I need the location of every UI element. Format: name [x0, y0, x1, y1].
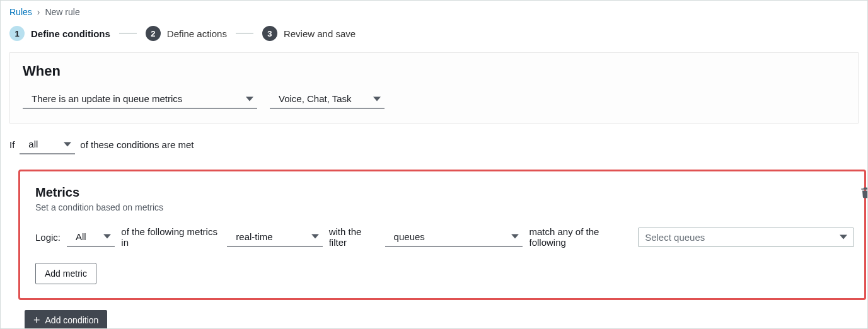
step-number-badge: 3 — [262, 26, 277, 41]
delete-condition-button[interactable] — [859, 185, 868, 199]
add-condition-label: Add condition — [45, 315, 99, 325]
breadcrumb-current: New rule — [45, 7, 79, 17]
channels-select[interactable]: Voice, Chat, Task — [270, 89, 385, 109]
condition-mode-select[interactable]: all — [20, 135, 75, 154]
step-number-badge: 1 — [9, 26, 25, 41]
time-scope-select[interactable]: real-time — [227, 228, 322, 247]
step-number-badge: 2 — [146, 26, 161, 41]
chevron-down-icon — [373, 95, 381, 103]
condition-mode-value: all — [28, 139, 38, 149]
step-connector — [119, 33, 137, 34]
trash-icon — [859, 185, 868, 199]
step-label: Review and save — [284, 28, 356, 39]
filter-value: queues — [394, 231, 425, 242]
wizard-step-define-actions[interactable]: 2 Define actions — [146, 26, 227, 41]
channels-value: Voice, Chat, Task — [279, 93, 352, 104]
metrics-text-b: with the filter — [329, 226, 379, 248]
metrics-title: Metrics — [35, 185, 854, 200]
logic-select[interactable]: All — [67, 228, 115, 247]
when-title: When — [23, 63, 845, 79]
step-label: Define conditions — [31, 28, 110, 39]
time-scope-value: real-time — [236, 231, 272, 242]
when-card: When There is an update in queue metrics… — [9, 52, 859, 124]
add-condition-button[interactable]: + Add condition — [25, 310, 107, 329]
chevron-right-icon: › — [37, 7, 40, 17]
logic-value: All — [76, 231, 86, 242]
metrics-text-a: of the following metrics in — [121, 226, 221, 248]
if-suffix: of these conditions are met — [80, 139, 194, 150]
wizard-steps: 1 Define conditions 2 Define actions 3 R… — [1, 22, 867, 52]
breadcrumb-parent[interactable]: Rules — [9, 7, 32, 17]
plus-icon: + — [33, 316, 40, 325]
chevron-down-icon — [246, 95, 253, 103]
trigger-select[interactable]: There is an update in queue metrics — [23, 89, 257, 109]
step-connector — [236, 33, 253, 34]
logic-label: Logic: — [35, 232, 61, 243]
wizard-step-review-save[interactable]: 3 Review and save — [262, 26, 356, 41]
trigger-value: There is an update in queue metrics — [32, 93, 182, 104]
chevron-down-icon — [840, 232, 847, 243]
metrics-condition-card: Metrics Set a condition based on metrics… — [18, 170, 866, 300]
chevron-down-icon — [103, 233, 111, 240]
queues-placeholder: Select queues — [645, 232, 705, 243]
if-prefix: If — [9, 139, 14, 150]
step-label: Define actions — [167, 28, 227, 39]
chevron-down-icon — [64, 141, 71, 148]
metrics-logic-row: Logic: All of the following metrics in r… — [35, 226, 854, 248]
chevron-down-icon — [311, 233, 319, 240]
add-metric-button[interactable]: Add metric — [35, 263, 96, 284]
chevron-down-icon — [511, 233, 519, 240]
metrics-text-c: match any of the following — [529, 226, 632, 248]
queues-multiselect[interactable]: Select queues — [638, 228, 854, 247]
condition-sentence: If all of these conditions are met — [1, 135, 867, 158]
filter-select[interactable]: queues — [385, 228, 523, 247]
breadcrumb: Rules › New rule — [1, 1, 867, 22]
wizard-step-define-conditions[interactable]: 1 Define conditions — [9, 26, 110, 41]
metrics-subtitle: Set a condition based on metrics — [35, 202, 854, 212]
